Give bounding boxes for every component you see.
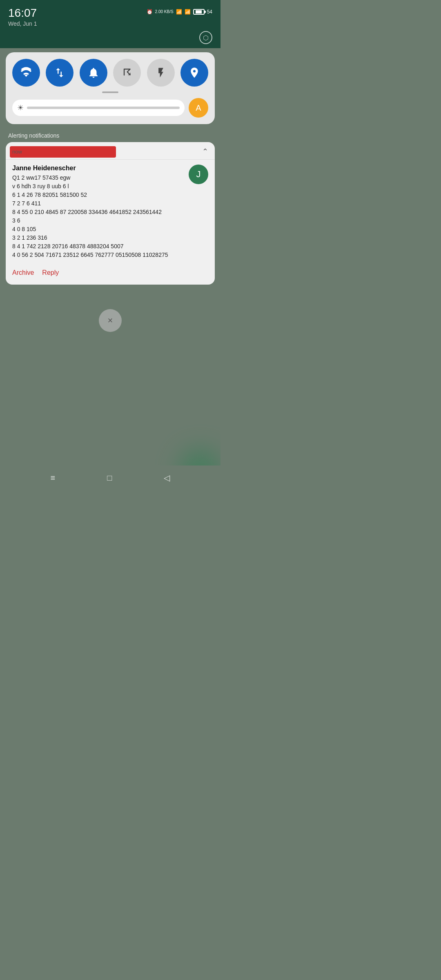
section-label: Alerting notifications (0, 128, 220, 142)
nav-back-icon[interactable]: ◁ (164, 473, 170, 483)
sound-tile[interactable] (80, 59, 107, 87)
nav-menu-icon[interactable]: ≡ (51, 473, 56, 483)
signal-icon: 📶 (185, 9, 191, 15)
archive-button[interactable]: Archive (12, 267, 34, 278)
message-line: 8 4 1 742 2128 20716 48378 4883204 5007 (12, 242, 184, 251)
message-line: 4 0 56 2 504 71671 23512 6645 762777 051… (12, 251, 184, 259)
notification-time: now (12, 149, 22, 155)
brightness-row: ☀ A (12, 98, 208, 118)
message-line: 3 6 (12, 216, 184, 225)
message-line: Q1 2 ww17 57435 egw (12, 174, 184, 182)
message-line: 3 2 1 236 316 (12, 234, 184, 242)
brightness-slider[interactable] (27, 107, 180, 109)
message-line: 8 4 55 0 210 4845 87 220058 334436 46418… (12, 208, 184, 216)
mobile-data-tile[interactable] (46, 59, 74, 87)
redacted-app-label (10, 146, 116, 158)
settings-row: ⬡ (0, 31, 220, 48)
flashlight-tile[interactable] (147, 59, 175, 87)
dismiss-area: × (0, 309, 220, 332)
collapse-icon[interactable]: ⌃ (202, 147, 208, 156)
message-line: v 6 hdh 3 ruy 8 uub 6 l (12, 182, 184, 191)
settings-gear-icon[interactable]: ⬡ (199, 31, 212, 44)
status-time: 16:07 (8, 7, 37, 19)
quick-settings-panel: ☈ ☀ A (6, 52, 215, 124)
status-date: Wed, Jun 1 (8, 20, 37, 27)
status-icons: ⏰ 2.00 KB/S 📶 📶 54 (147, 9, 212, 15)
sender-avatar: J (189, 165, 208, 184)
battery-percent: 54 (207, 9, 212, 15)
notification-actions: Archive Reply (6, 264, 215, 285)
sender-name: Janne Heidenescher (12, 165, 184, 172)
user-avatar[interactable]: A (189, 98, 208, 118)
drag-handle[interactable] (102, 91, 118, 93)
bluetooth-icon: ☈ (123, 67, 131, 78)
wifi-status-icon: 📶 (176, 9, 182, 15)
notification-body: Janne Heidenescher Q1 2 ww17 57435 egwv … (6, 160, 215, 264)
battery-icon (193, 9, 205, 15)
alarm-icon: ⏰ (147, 9, 153, 15)
notification-header: now ⌃ (6, 142, 215, 160)
status-bar: 16:07 Wed, Jun 1 ⏰ 2.00 KB/S 📶 📶 54 (0, 0, 220, 31)
message-content: Q1 2 ww17 57435 egwv 6 hdh 3 ruy 8 uub 6… (12, 174, 184, 259)
bluetooth-tile[interactable]: ☈ (113, 59, 141, 87)
quick-tiles: ☈ (12, 59, 208, 87)
message-line: 6 1 4 26 78 82051 581500 52 (12, 191, 184, 199)
network-speed: 2.00 KB/S (155, 9, 174, 14)
notification-card: now ⌃ Janne Heidenescher Q1 2 ww17 57435… (6, 142, 215, 285)
notification-content: Janne Heidenescher Q1 2 ww17 57435 egwv … (12, 165, 184, 259)
location-tile[interactable] (180, 59, 208, 87)
message-line: 4 0 8 105 (12, 225, 184, 234)
message-line: 7 2 7 6 411 (12, 199, 184, 208)
navigation-bar: ≡ □ ◁ (0, 466, 220, 490)
nav-home-icon[interactable]: □ (107, 473, 112, 483)
brightness-icon: ☀ (17, 103, 24, 112)
brightness-control[interactable]: ☀ (12, 100, 185, 116)
wifi-tile[interactable] (12, 59, 40, 87)
reply-button[interactable]: Reply (42, 267, 59, 278)
dismiss-button[interactable]: × (99, 309, 122, 332)
